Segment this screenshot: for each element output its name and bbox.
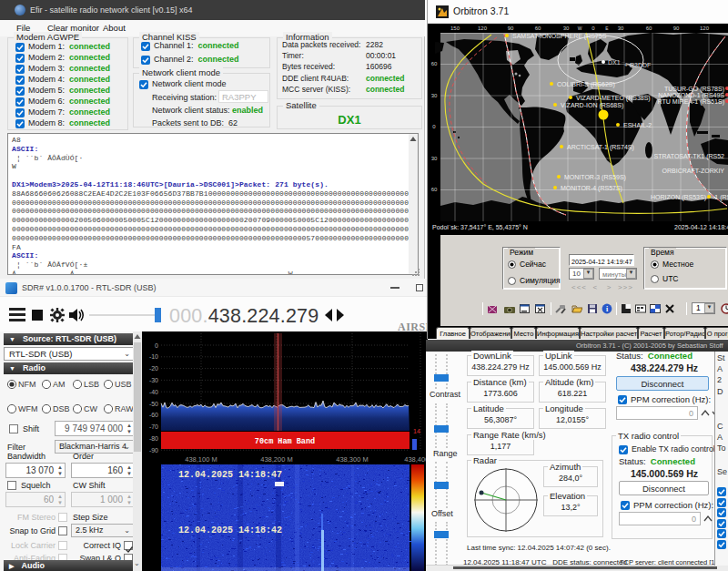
svg-text:30: 30: [431, 156, 438, 161]
svg-text:-70: -70: [149, 423, 158, 430]
svg-text:30: 30: [618, 25, 624, 31]
svg-text:STRATOSAT-TK1 (RS52: STRATOSAT-TK1 (RS52: [654, 153, 725, 160]
svg-text:60: 60: [646, 25, 652, 31]
svg-text:30: 30: [431, 93, 438, 98]
svg-text:VIZARD-METEO (RS38S): VIZARD-METEO (RS38S): [576, 95, 651, 102]
svg-text:-1 (RS5: -1 (RS5: [713, 194, 728, 201]
svg-text:438,100 M: 438,100 M: [185, 455, 217, 464]
svg-text:-10: -10: [149, 353, 158, 360]
svg-text:VIZARD-ION (RS68S): VIZARD-ION (RS68S): [561, 102, 623, 109]
svg-text:Podolˈsk: 37,5417° E, 55,4375°: Podolˈsk: 37,5417° E, 55,4375° N: [432, 224, 528, 230]
svg-text:150: 150: [450, 25, 460, 31]
svg-text:ESHAIL-2: ESHAIL-2: [623, 122, 652, 128]
svg-text:-60: -60: [149, 412, 158, 418]
svg-text:MONITOR-4 (RS57S): MONITOR-4 (RS57S): [561, 185, 622, 192]
svg-text:60: 60: [431, 187, 438, 192]
svg-text:70cm Ham Band: 70cm Ham Band: [255, 437, 315, 446]
svg-text:COLIBRI-S (RS62S): COLIBRI-S (RS62S): [557, 81, 615, 88]
svg-text:-90: -90: [149, 447, 158, 454]
svg-text:14: 14: [413, 428, 420, 434]
svg-text:-80: -80: [149, 435, 158, 442]
svg-text:DX1: DX1: [608, 59, 621, 66]
svg-text:-30: -30: [149, 377, 158, 383]
svg-text:-50: -50: [149, 401, 158, 407]
svg-text:RTU MIREA-1 (RS51S): RTU MIREA-1 (RS51S): [658, 98, 724, 106]
svg-text:120: 120: [700, 25, 710, 31]
svg-text:-20: -20: [149, 365, 158, 372]
svg-text:438,300 M: 438,300 M: [336, 455, 368, 464]
svg-text:HORIZON (RS53S): HORIZON (RS53S): [651, 194, 706, 201]
svg-text:90: 90: [508, 25, 514, 31]
svg-text:60: 60: [431, 61, 438, 66]
svg-text:+ R3DDF: + R3DDF: [624, 62, 651, 68]
svg-text:120: 120: [478, 25, 488, 31]
svg-text:12.04.2025 14:18:42: 12.04.2025 14:18:42: [178, 525, 282, 535]
svg-text:12.04.2025 14:18:47: 12.04.2025 14:18:47: [178, 470, 282, 480]
svg-text:2025-04-12 14:18:4: 2025-04-12 14:18:4: [674, 224, 728, 230]
svg-text:90: 90: [673, 25, 680, 31]
svg-text:438,200 M: 438,200 M: [260, 455, 292, 464]
svg-text:60: 60: [535, 25, 541, 31]
svg-text:W: W: [578, 25, 582, 31]
svg-text:ORBICRAFT-ZORKIY: ORBICRAFT-ZORKIY: [662, 168, 725, 174]
svg-text:438,400 M: 438,400 M: [404, 455, 428, 464]
svg-text:-40: -40: [149, 389, 158, 395]
svg-text:SAMSAT-IONOSPHERE (RS75S: SAMSAT-IONOSPHERE (RS75S: [512, 33, 607, 40]
svg-text:ARCTICSAT-1 (RS74S): ARCTICSAT-1 (RS74S): [567, 144, 634, 151]
svg-text:30: 30: [563, 25, 570, 31]
svg-text:MONITOR-3 (RS59S): MONITOR-3 (RS59S): [564, 174, 626, 181]
svg-text:0: 0: [155, 342, 158, 349]
